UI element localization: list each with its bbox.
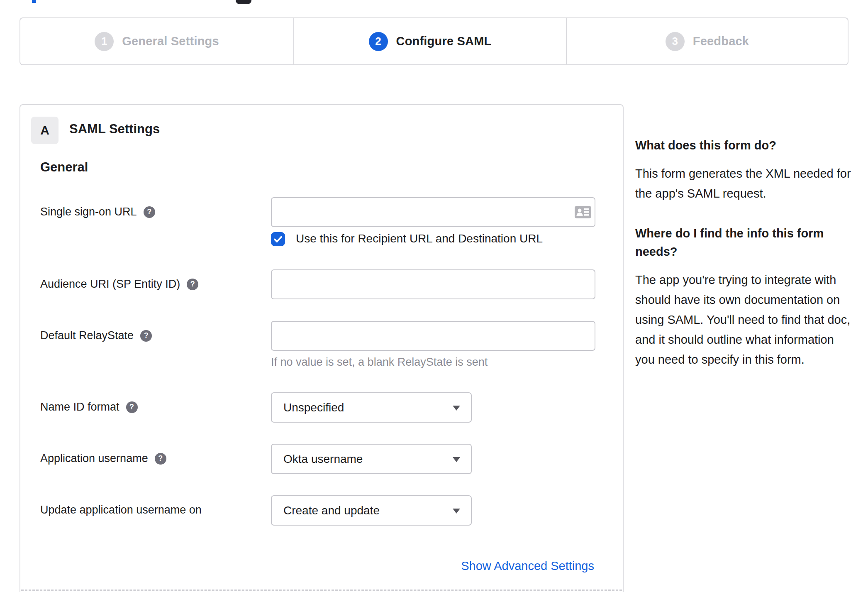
caret-down-icon [453,457,460,462]
help-icon[interactable]: ? [140,330,152,342]
step-1-number-badge: 1 [95,32,114,51]
help-icon[interactable]: ? [126,401,138,413]
sso-url-input[interactable] [271,197,595,227]
default-relaystate-label: Default RelayState [40,329,134,342]
step-2-number-badge: 2 [369,32,388,51]
recipient-url-checkbox[interactable] [271,232,285,246]
default-relaystate-label-row: Default RelayState ? [40,329,152,342]
name-id-format-label-row: Name ID format ? [40,401,138,413]
sso-url-label-row: Single sign-on URL ? [40,205,155,218]
name-id-format-label: Name ID format [40,401,119,413]
contact-card-icon [575,206,591,218]
relaystate-helper-text: If no value is set, a blank RelayState i… [271,356,488,369]
update-username-select[interactable]: Create and update [271,495,472,526]
section-divider [21,590,622,591]
default-relaystate-input[interactable] [271,321,595,351]
application-username-value: Okta username [283,453,363,466]
name-id-format-select[interactable]: Unspecified [271,392,472,423]
step-general-settings[interactable]: 1 General Settings [20,18,293,64]
update-username-label-row: Update application username on [40,504,202,516]
sidebar-body-2: The app you're trying to integrate with … [635,270,854,369]
step-3-number-badge: 3 [666,32,685,51]
application-username-label: Application username [40,452,148,465]
audience-uri-label-row: Audience URI (SP Entity ID) ? [40,278,198,291]
section-a-badge: A [31,117,59,144]
step-1-label: General Settings [122,34,219,48]
help-icon[interactable]: ? [187,279,198,290]
saml-settings-panel: A SAML Settings General Single sign-on U… [20,104,624,592]
audience-uri-input[interactable] [271,269,595,299]
help-icon[interactable]: ? [144,206,155,218]
step-3-label: Feedback [693,34,749,48]
step-feedback[interactable]: 3 Feedback [566,18,848,64]
recipient-url-checkbox-label[interactable]: Use this for Recipient URL and Destinati… [296,232,543,245]
wizard-stepper: 1 General Settings 2 Configure SAML 3 Fe… [20,17,848,65]
cutoff-blue-fragment [32,0,36,3]
sidebar-heading-1: What does this form do? [635,136,854,154]
sidebar-heading-2: Where do I find the info this form needs… [635,224,854,261]
sidebar-body-1: This form generates the XML needed for t… [635,164,854,203]
step-configure-saml[interactable]: 2 Configure SAML [293,18,566,64]
help-sidebar: What does this form do? This form genera… [635,136,854,390]
step-2-label: Configure SAML [396,34,492,48]
update-username-value: Create and update [283,504,380,517]
name-id-format-value: Unspecified [283,401,344,414]
caret-down-icon [453,509,460,514]
group-heading-general: General [40,160,88,175]
application-username-label-row: Application username ? [40,452,166,465]
checkmark-icon [273,234,283,244]
application-username-select[interactable]: Okta username [271,444,472,474]
show-advanced-settings-link[interactable]: Show Advanced Settings [461,559,594,573]
section-title: SAML Settings [69,122,160,137]
help-icon[interactable]: ? [155,453,166,465]
audience-uri-label: Audience URI (SP Entity ID) [40,278,180,291]
cutoff-dark-fragment [236,0,251,4]
sso-url-label: Single sign-on URL [40,205,137,218]
update-username-label: Update application username on [40,504,202,516]
caret-down-icon [453,406,460,411]
